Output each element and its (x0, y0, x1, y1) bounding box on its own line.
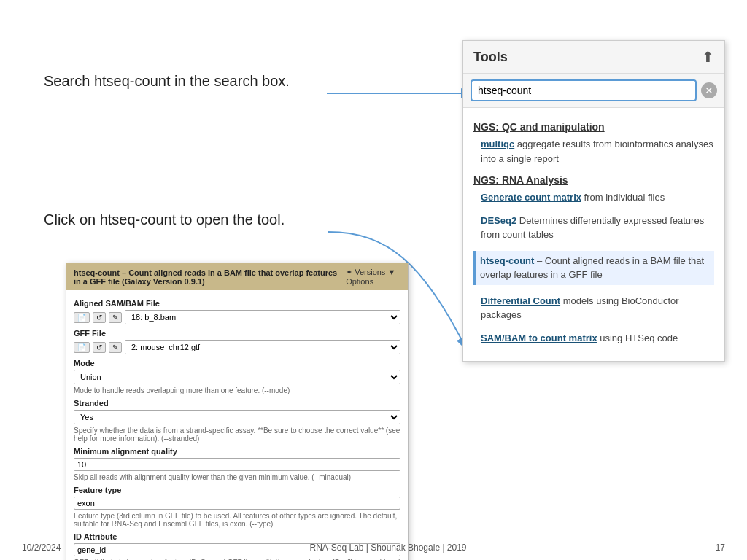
tools-panel: Tools ⬆ ✕ NGS: QC and manipulation multi… (462, 40, 725, 362)
aligned-sam-btn2[interactable]: ↺ (93, 312, 106, 323)
mode-label: Mode (74, 359, 400, 368)
gff-btn2[interactable]: ↺ (93, 342, 106, 353)
tool-htseq-count: htseq-count – Count aligned reads in a B… (473, 251, 714, 285)
tools-title: Tools (473, 50, 508, 65)
annotation-search: Search htseq-count in the search box. (44, 73, 290, 90)
tool-form-title: htseq-count – Count aligned reads in a B… (74, 268, 346, 286)
gff-row: 📄 ↺ ✎ 2: mouse_chr12.gtf (74, 340, 400, 354)
tool-form-body: Aligned SAM/BAM File 📄 ↺ ✎ 18: b_8.bam G… (66, 290, 408, 560)
tools-content: NGS: QC and manipulation multiqc aggrega… (463, 108, 724, 361)
feature-type-hint: Feature type (3rd column in GFF file) to… (74, 512, 400, 528)
feature-type-row (74, 497, 400, 510)
gff-select[interactable]: 2: mouse_chr12.gtf (125, 340, 400, 354)
search-clear-button[interactable]: ✕ (701, 82, 717, 98)
stranded-select[interactable]: Yes (74, 410, 400, 424)
section-ngs-rna: NGS: RNA Analysis (473, 174, 714, 186)
multiqc-desc: aggregate results from bioinformatics an… (481, 139, 713, 164)
mode-select[interactable]: Union (74, 370, 400, 384)
minaqual-label: Minimum alignment quality (74, 447, 400, 456)
section-ngs-qc: NGS: QC and manipulation (473, 121, 714, 133)
sam-bam-count-link[interactable]: SAM/BAM to count matrix (481, 332, 597, 343)
tool-deseq2: DESeq2 Determines differentially express… (473, 214, 714, 242)
tool-form-actions[interactable]: ✦ Versions ▼ Options (346, 268, 400, 286)
deseq2-link[interactable]: DESeq2 (481, 215, 516, 226)
aligned-sam-row: 📄 ↺ ✎ 18: b_8.bam (74, 310, 400, 324)
stranded-hint: Specify whether the data is from a stran… (74, 427, 400, 443)
upload-icon[interactable]: ⬆ (702, 48, 714, 66)
stranded-row: Yes (74, 410, 400, 424)
differential-count-link[interactable]: Differential Count (481, 295, 560, 306)
annotation-click-text: Click on htseq-count to open the tool. (44, 211, 285, 228)
stranded-label: Stranded (74, 399, 400, 408)
minaqual-input[interactable] (74, 458, 400, 471)
aligned-sam-label: Aligned SAM/BAM File (74, 299, 400, 308)
feature-type-input[interactable] (74, 497, 400, 510)
aligned-sam-btn3[interactable]: ✎ (109, 312, 122, 323)
annotation-search-text: Search htseq-count in the search box. (44, 73, 290, 89)
tool-generate-count-matrix: Generate count matrix from individual fi… (473, 190, 714, 205)
footer-page: 17 (716, 542, 725, 553)
footer: 10/2/2024 RNA-Seq Lab | Shounak Bhogale … (0, 542, 747, 553)
gff-label: GFF File (74, 329, 400, 338)
tool-sam-bam-count: SAM/BAM to count matrix using HTSeq code (473, 331, 714, 346)
htseq-count-link[interactable]: htseq-count (480, 255, 534, 266)
tool-form-panel: htseq-count – Count aligned reads in a B… (66, 262, 409, 560)
minaqual-row (74, 458, 400, 471)
annotation-click: Click on htseq-count to open the tool. (44, 211, 285, 228)
sam-bam-count-desc: using HTSeq code (597, 332, 678, 343)
generate-count-matrix-desc: from individual files (581, 192, 665, 203)
minaqual-hint: Skip all reads with alignment quality lo… (74, 473, 400, 481)
aligned-sam-btn1[interactable]: 📄 (74, 312, 90, 323)
feature-type-label: Feature type (74, 486, 400, 494)
mode-row: Union (74, 370, 400, 384)
footer-center: RNA-Seq Lab | Shounak Bhogale | 2019 (309, 542, 466, 553)
tools-header: Tools ⬆ (463, 41, 724, 74)
generate-count-matrix-link[interactable]: Generate count matrix (481, 192, 581, 203)
id-attr-label: ID Attribute (74, 532, 400, 541)
mode-hint: Mode to handle reads overlapping more th… (74, 386, 400, 394)
multiqc-link[interactable]: multiqc (481, 139, 514, 149)
gff-btn3[interactable]: ✎ (109, 342, 122, 353)
aligned-sam-select[interactable]: 18: b_8.bam (125, 310, 400, 324)
tool-form-header: htseq-count – Count aligned reads in a B… (66, 263, 408, 290)
footer-date: 10/2/2024 (22, 542, 61, 553)
gff-btn1[interactable]: 📄 (74, 342, 90, 353)
tools-search-row: ✕ (463, 74, 724, 108)
tool-multiqc: multiqc aggregate results from bioinform… (473, 137, 714, 166)
tool-differential-count: Differential Count models using BioCondu… (473, 294, 714, 322)
search-input[interactable] (471, 79, 697, 101)
clear-icon: ✕ (705, 85, 713, 96)
